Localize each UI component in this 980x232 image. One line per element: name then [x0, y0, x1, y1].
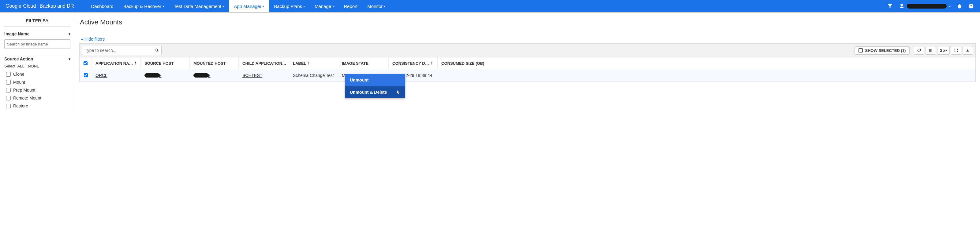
col-select-all[interactable] — [80, 57, 92, 69]
ctx-unmount[interactable]: Unmount — [345, 74, 405, 86]
filter-option-prep-mount[interactable]: Prep Mount — [4, 86, 70, 94]
checkbox-outline-icon — [859, 48, 863, 52]
table-row[interactable]: ORCL 2 2 SCHTEST Schema Change Test Moun… — [79, 69, 976, 82]
cursor-icon — [396, 90, 400, 95]
main-area: Active Mounts ◂Hide filters SHOW SELECTE… — [75, 13, 980, 117]
filter-option-clone[interactable]: Clone — [4, 70, 70, 78]
product-name: Backup and DR — [40, 3, 74, 9]
row-size — [438, 69, 482, 81]
refresh-button[interactable] — [914, 46, 924, 55]
col-consistency-date[interactable]: CONSISTENCY D…▲▼ — [389, 57, 438, 69]
mounted-host-suffix[interactable]: 2 — [208, 73, 210, 78]
help-icon[interactable]: ? — [968, 3, 974, 9]
nav-report[interactable]: Report — [339, 0, 363, 12]
brand-google: Google — [5, 3, 21, 9]
nav-dashboard[interactable]: Dashboard — [86, 0, 118, 12]
filter-icon[interactable] — [887, 3, 893, 9]
app-header: Google Cloud Backup and DR Dashboard Bac… — [0, 0, 980, 13]
source-host-suffix[interactable]: 2 — [159, 73, 162, 78]
table-header: APPLICATION NA…▲▼ SOURCE HOST MOUNTED HO… — [79, 57, 976, 69]
col-source-host[interactable]: SOURCE HOST — [141, 57, 190, 69]
refresh-icon — [917, 48, 921, 52]
user-redacted — [907, 4, 947, 9]
row-checkbox[interactable] — [80, 69, 92, 81]
col-child-application[interactable]: CHILD APPLICATION… — [239, 57, 289, 69]
filter-by-title: FILTER BY — [4, 18, 70, 27]
brand-cloud: Cloud — [23, 3, 36, 9]
caret-down-icon: ▾ — [68, 57, 70, 61]
nav-test-data-management[interactable]: Test Data Management▾ — [169, 0, 229, 12]
select-none-link[interactable]: NONE — [28, 64, 40, 68]
filter-section-source-action: Source Action ▾ Select: ALL|NONE Clone M… — [4, 54, 70, 112]
col-label[interactable]: LABEL▲▼ — [289, 57, 338, 69]
user-account[interactable]: ▾ — [899, 3, 951, 9]
chevron-down-icon: ▾ — [262, 5, 264, 8]
user-icon — [899, 3, 904, 9]
header-right: ▾ ? — [887, 3, 974, 9]
chevron-down-icon: ▾ — [949, 5, 951, 8]
chevron-down-icon: ▾ — [384, 5, 385, 8]
select-all-none: Select: ALL|NONE — [4, 64, 70, 68]
context-menu: Unmount Unmount & Delete — [345, 74, 405, 98]
columns-button[interactable] — [926, 46, 936, 55]
main-nav: Dashboard Backup & Recover▾ Test Data Ma… — [86, 0, 390, 12]
chevron-down-icon: ▾ — [332, 5, 334, 8]
page-size-select[interactable]: 25▾ — [937, 46, 950, 55]
svg-text:?: ? — [970, 4, 972, 8]
chevron-down-icon: ▾ — [945, 49, 947, 52]
download-button[interactable] — [963, 46, 973, 55]
col-mounted-host[interactable]: MOUNTED HOST — [190, 57, 239, 69]
fullscreen-button[interactable] — [951, 46, 961, 55]
row-label: Schema Change Test — [289, 69, 338, 81]
app-name-link[interactable]: ORCL — [95, 73, 107, 78]
brand: Google Cloud Backup and DR — [0, 3, 79, 9]
nav-backup-recover[interactable]: Backup & Recover▾ — [118, 0, 169, 12]
page-title: Active Mounts — [80, 18, 976, 26]
filter-option-remote-mount[interactable]: Remote Mount — [4, 94, 70, 102]
filter-sidebar: FILTER BY Image Name ▾ Source Action ▾ S… — [0, 13, 75, 117]
col-consumed-size[interactable]: CONSUMED SIZE (GB) — [438, 57, 482, 69]
source-host-redacted — [145, 73, 160, 77]
caret-down-icon: ▾ — [68, 32, 70, 36]
filter-section-header[interactable]: Image Name ▾ — [4, 32, 70, 36]
table-toolbar: SHOW SELECTED (1) 25▾ — [79, 43, 976, 57]
fullscreen-icon — [954, 48, 958, 52]
nav-app-manager[interactable]: App Manager▾ — [229, 0, 269, 12]
bell-icon[interactable] — [957, 3, 962, 9]
search-icon[interactable] — [154, 48, 159, 52]
hide-filters-link[interactable]: ◂Hide filters — [81, 36, 105, 41]
filter-option-restore[interactable]: Restore — [4, 102, 70, 110]
ctx-unmount-delete[interactable]: Unmount & Delete — [345, 86, 405, 98]
nav-manage[interactable]: Manage▾ — [310, 0, 339, 12]
table-search[interactable] — [82, 46, 162, 55]
child-app-link[interactable]: SCHTEST — [242, 73, 262, 78]
table-search-input[interactable] — [85, 48, 154, 53]
image-name-search-input[interactable] — [4, 39, 70, 49]
download-icon — [966, 48, 970, 52]
mounted-host-redacted — [193, 73, 209, 77]
select-all-link[interactable]: ALL — [18, 64, 24, 68]
nav-backup-plans[interactable]: Backup Plans▾ — [269, 0, 310, 12]
nav-monitor[interactable]: Monitor▾ — [363, 0, 390, 12]
svg-rect-2 — [859, 49, 862, 52]
filter-section-header[interactable]: Source Action ▾ — [4, 57, 70, 62]
filter-section-image-name: Image Name ▾ — [4, 29, 70, 51]
show-selected-button[interactable]: SHOW SELECTED (1) — [854, 46, 910, 55]
columns-icon — [929, 48, 933, 52]
filter-option-mount[interactable]: Mount — [4, 78, 70, 86]
chevron-down-icon: ▾ — [162, 5, 164, 8]
chevron-down-icon: ▾ — [223, 5, 224, 8]
triangle-left-icon: ◂ — [81, 36, 83, 41]
chevron-down-icon: ▾ — [303, 5, 305, 8]
col-image-state[interactable]: IMAGE STATE — [338, 57, 389, 69]
col-application-name[interactable]: APPLICATION NA…▲▼ — [92, 57, 141, 69]
